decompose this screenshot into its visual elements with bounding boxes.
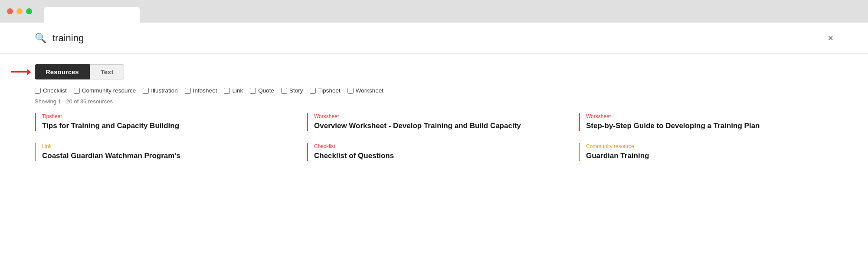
arrow-head [27, 69, 31, 75]
checkbox-worksheet[interactable] [347, 88, 354, 94]
result-card-0[interactable]: Tipsheet Tips for Training and Capacity … [35, 113, 289, 131]
arrow-indicator [11, 69, 31, 75]
card-title-2: Step-by-Step Guide to Developing a Train… [586, 121, 833, 131]
filter-community-resource[interactable]: Community resource [74, 87, 136, 94]
search-icon: 🔍 [35, 33, 46, 44]
title-bar [0, 0, 868, 23]
result-card-4[interactable]: Checklist Checklist of Questions [307, 143, 561, 161]
arrow-shaft [11, 71, 27, 73]
checkbox-tipsheet[interactable] [310, 88, 316, 94]
card-type-3: Link [42, 143, 289, 149]
filter-link[interactable]: Link [224, 87, 243, 94]
result-card-3[interactable]: Link Coastal Guardian Watchman Program's [35, 143, 289, 161]
card-title-0: Tips for Training and Capacity Building [42, 121, 289, 131]
filter-worksheet[interactable]: Worksheet [347, 87, 383, 94]
content-area: Resources Text Checklist Community resou… [0, 54, 868, 261]
results-grid: Tipsheet Tips for Training and Capacity … [35, 113, 833, 173]
checkbox-community-resource[interactable] [74, 88, 80, 94]
filter-row: Checklist Community resource Illustratio… [35, 87, 833, 94]
card-type-2: Worksheet [586, 113, 833, 119]
checkbox-quote[interactable] [250, 88, 256, 94]
close-button[interactable] [7, 8, 13, 14]
card-type-1: Worksheet [314, 113, 561, 119]
checkbox-story[interactable] [281, 88, 287, 94]
search-input[interactable]: training [52, 33, 828, 44]
checkbox-illustration[interactable] [143, 88, 149, 94]
checkbox-link[interactable] [224, 88, 230, 94]
showing-count: Showing 1 - 20 of 36 resources [35, 98, 833, 105]
card-title-4: Checklist of Questions [314, 151, 561, 161]
filter-infosheet[interactable]: Infosheet [185, 87, 217, 94]
filter-quote[interactable]: Quote [250, 87, 274, 94]
checkbox-infosheet[interactable] [185, 88, 191, 94]
maximize-button[interactable] [26, 8, 32, 14]
tab-area [44, 0, 140, 23]
card-type-0: Tipsheet [42, 113, 289, 119]
card-title-1: Overview Worksheet - Develop Training an… [314, 121, 561, 131]
close-search-icon[interactable]: × [828, 33, 833, 44]
filter-tipsheet[interactable]: Tipsheet [310, 87, 340, 94]
tabs-row: Resources Text [35, 64, 833, 79]
result-card-5[interactable]: Community resource Guardian Training [579, 143, 833, 161]
tab-text[interactable]: Text [90, 64, 124, 79]
card-title-5: Guardian Training [586, 151, 833, 161]
filter-checklist[interactable]: Checklist [35, 87, 67, 94]
result-card-2[interactable]: Worksheet Step-by-Step Guide to Developi… [579, 113, 833, 131]
card-title-3: Coastal Guardian Watchman Program's [42, 151, 289, 161]
search-bar: 🔍 training × [0, 23, 868, 54]
browser-body: 🔍 training × Resources Text Checklist [0, 23, 868, 261]
browser-tab[interactable] [44, 7, 140, 23]
filter-story[interactable]: Story [281, 87, 303, 94]
browser-window: 🔍 training × Resources Text Checklist [0, 0, 868, 261]
result-card-1[interactable]: Worksheet Overview Worksheet - Develop T… [307, 113, 561, 131]
minimize-button[interactable] [16, 8, 23, 14]
checkbox-checklist[interactable] [35, 88, 41, 94]
card-type-4: Checklist [314, 143, 561, 149]
card-type-5: Community resource [586, 143, 833, 149]
tab-resources[interactable]: Resources [35, 64, 90, 79]
filter-illustration[interactable]: Illustration [143, 87, 178, 94]
